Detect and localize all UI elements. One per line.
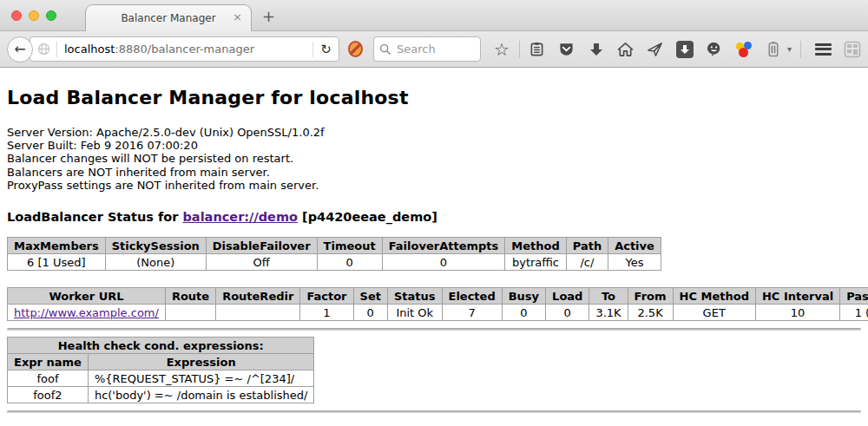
page-bottom-divider bbox=[7, 410, 861, 413]
url-bar[interactable]: localhost:8880/balancer-manager ↻ bbox=[30, 36, 339, 62]
col-disablefailover: DisableFailover bbox=[206, 238, 317, 254]
col-hc-interval: HC Interval bbox=[755, 288, 839, 305]
balancer-persist-note: Balancer changes will NOT be persisted o… bbox=[7, 152, 861, 165]
extension-dropdown-caret-icon[interactable]: ▾ bbox=[787, 44, 792, 54]
table-row: foof2 hc('body') =~ /domain is establish… bbox=[8, 387, 314, 403]
col-elected: Elected bbox=[442, 288, 502, 305]
cell-hc-method: GET bbox=[673, 305, 755, 321]
col-factor: Factor bbox=[300, 288, 353, 305]
chat-smiley-icon[interactable] bbox=[706, 40, 723, 59]
cell-worker-url: http://www.example.com/ bbox=[8, 305, 166, 321]
server-version-line: Server Version: Apache/2.5.0-dev (Unix) … bbox=[7, 126, 861, 139]
menu-hamburger-icon[interactable] bbox=[815, 43, 832, 56]
search-icon bbox=[379, 43, 391, 56]
cell-busy: 0 bbox=[502, 305, 545, 321]
cell-load: 0 bbox=[546, 305, 589, 321]
col-expression: Expression bbox=[88, 354, 314, 370]
home-icon[interactable] bbox=[617, 40, 635, 59]
cell-elected: 7 bbox=[442, 305, 502, 321]
url-divider bbox=[56, 42, 57, 57]
url-path: :8880/balancer-manager bbox=[115, 43, 254, 56]
navigation-toolbar: ← localhost:8880/balancer-manager ↻ ☆ bbox=[0, 31, 868, 68]
worker-url-link[interactable]: http://www.example.com/ bbox=[14, 306, 159, 319]
col-path: Path bbox=[566, 238, 608, 254]
tab-strip: Balancer Manager × + bbox=[0, 0, 868, 31]
balancer-settings-table: MaxMembers StickySession DisableFailover… bbox=[7, 237, 661, 271]
cell-disablefailover: Off bbox=[206, 254, 317, 271]
col-method: Method bbox=[505, 238, 566, 254]
download-manager-icon[interactable] bbox=[676, 41, 694, 58]
col-set: Set bbox=[353, 288, 387, 305]
cell-method: bytraffic bbox=[505, 254, 566, 271]
table-row: foof %{REQUEST_STATUS} =~ /^[234]/ bbox=[8, 370, 314, 387]
table-row: 6 [1 Used] (None) Off 0 0 bytraffic /c/ … bbox=[8, 254, 661, 271]
col-from: From bbox=[628, 288, 673, 305]
new-tab-button[interactable]: + bbox=[262, 7, 275, 25]
tab-title: Balancer Manager bbox=[121, 12, 215, 24]
globe-icon bbox=[37, 43, 50, 56]
worker-status-table: Worker URL Route RouteRedir Factor Set S… bbox=[7, 287, 868, 321]
col-hc-method: HC Method bbox=[673, 288, 755, 305]
balancer-demo-link[interactable]: balancer://demo bbox=[182, 210, 298, 224]
back-button[interactable]: ← bbox=[7, 36, 33, 62]
cell-failoverattempts: 0 bbox=[382, 254, 505, 271]
cell-expr-name: foof bbox=[8, 370, 89, 387]
back-icon: ← bbox=[14, 41, 25, 57]
section-divider bbox=[7, 328, 861, 331]
cell-route bbox=[165, 305, 215, 321]
toolbar-icons: ☆ ▾ bbox=[493, 40, 861, 59]
plugin-blocked-icon[interactable] bbox=[348, 41, 363, 57]
col-stickysession: StickySession bbox=[105, 238, 206, 254]
col-to: To bbox=[589, 288, 628, 305]
col-timeout: Timeout bbox=[317, 238, 382, 254]
col-busy: Busy bbox=[502, 288, 545, 305]
table-header-row: MaxMembers StickySession DisableFailover… bbox=[8, 238, 661, 254]
col-worker-url: Worker URL bbox=[8, 288, 166, 305]
cell-status: Init Ok bbox=[387, 305, 442, 321]
table-row: http://www.example.com/ 1 0 Init Ok 7 0 … bbox=[8, 305, 868, 321]
url-host: localhost bbox=[64, 43, 115, 56]
tab-close-icon[interactable]: × bbox=[233, 11, 242, 23]
cell-stickysession: (None) bbox=[105, 254, 206, 271]
col-routeredir: RouteRedir bbox=[216, 288, 300, 305]
reload-icon[interactable]: ↻ bbox=[312, 42, 333, 57]
cell-expression: %{REQUEST_STATUS} =~ /^[234]/ bbox=[88, 370, 314, 387]
tab-balancer-manager[interactable]: Balancer Manager × bbox=[85, 4, 252, 31]
status-prefix: LoadBalancer Status for bbox=[7, 210, 182, 224]
cell-maxmembers: 6 [1 Used] bbox=[8, 254, 106, 271]
close-window-button[interactable] bbox=[11, 10, 22, 21]
cell-expr-name: foof2 bbox=[8, 387, 89, 403]
minimize-window-button[interactable] bbox=[29, 10, 39, 21]
cell-hc-interval: 10 bbox=[755, 305, 839, 321]
cell-from: 2.5K bbox=[628, 305, 673, 321]
colored-dots-extension-icon[interactable] bbox=[735, 41, 753, 58]
cell-to: 3.1K bbox=[589, 305, 628, 321]
window-controls bbox=[11, 10, 56, 21]
tab-groups-icon[interactable] bbox=[844, 40, 861, 59]
bookmark-star-icon[interactable]: ☆ bbox=[493, 40, 510, 59]
health-table-title: Health check cond. expressions: bbox=[8, 338, 314, 354]
loadbalancer-status-heading: LoadBalancer Status for balancer://demo … bbox=[7, 210, 861, 224]
col-expr-name: Expr name bbox=[8, 354, 89, 370]
cell-expression: hc('body') =~ /domain is established/ bbox=[88, 387, 314, 403]
reading-list-icon[interactable] bbox=[529, 40, 546, 59]
proxypass-inherit-note: ProxyPass settings are NOT inherited fro… bbox=[7, 179, 861, 192]
pocket-icon[interactable] bbox=[558, 40, 575, 59]
col-route: Route bbox=[165, 288, 215, 305]
battery-extension-icon[interactable] bbox=[765, 40, 782, 59]
col-status: Status bbox=[387, 288, 442, 305]
search-bar[interactable] bbox=[373, 36, 481, 62]
cell-active: Yes bbox=[608, 254, 661, 271]
balancer-inherit-note: Balancers are NOT inherited from main se… bbox=[7, 166, 861, 179]
cell-path: /c/ bbox=[566, 254, 608, 271]
zoom-window-button[interactable] bbox=[46, 10, 56, 21]
col-load: Load bbox=[546, 288, 589, 305]
downloads-arrow-icon[interactable] bbox=[588, 40, 605, 59]
table-title-row: Health check cond. expressions: bbox=[8, 338, 314, 354]
send-plane-icon[interactable] bbox=[647, 40, 664, 59]
col-maxmembers: MaxMembers bbox=[8, 238, 106, 254]
table-header-row: Expr name Expression bbox=[8, 354, 314, 370]
toolbar-divider bbox=[519, 41, 520, 58]
server-built-line: Server Built: Feb 9 2016 07:00:20 bbox=[7, 139, 861, 152]
search-input[interactable] bbox=[397, 43, 475, 56]
